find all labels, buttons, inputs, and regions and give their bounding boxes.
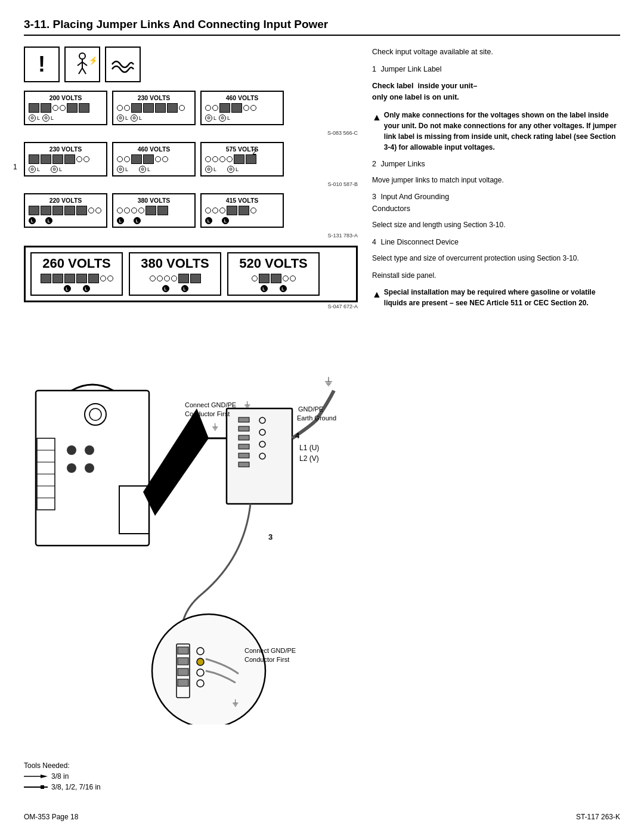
conn-block (41, 274, 51, 283)
switches: L L (29, 217, 103, 224)
conn-dot (290, 275, 296, 281)
switch-label: L (139, 115, 142, 121)
switch-label: L (51, 115, 54, 121)
conn-block (29, 154, 39, 164)
tools-needed-section: Tools Needed: 3/8 in 3/8, 1/2, 7/16 in (24, 761, 101, 791)
switches: ⊙ L ⊙ L (205, 166, 279, 173)
svg-text:4: 4 (295, 431, 300, 440)
connectors (205, 206, 279, 215)
panel-label-230v: 230 VOLTS (117, 94, 191, 101)
conn-dot (179, 105, 185, 111)
switch-label: L (227, 115, 230, 121)
conn-block (131, 103, 142, 113)
circle-icon: ⊙ (205, 166, 212, 173)
conn-block (239, 206, 249, 215)
circle-icon: ⊙ (51, 166, 58, 173)
svg-line-4 (79, 68, 82, 74)
panel-575v: 575 VOLTS ⊙ L (200, 142, 284, 176)
svg-rect-61 (41, 785, 44, 789)
conn-dot (138, 208, 144, 213)
tools-label: Tools Needed: (24, 761, 101, 770)
big-panel-520v: 520 VOLTS L L (227, 252, 320, 296)
jumper-row-2: 230 VOLTS ⊙ L (24, 142, 358, 176)
warning-wave-box (105, 47, 141, 82)
switch-sym: L (134, 217, 141, 224)
conn-dot (205, 156, 211, 162)
svg-rect-48 (178, 668, 188, 676)
switch-label: L (213, 115, 216, 121)
warning-person-box: ⚡ (64, 47, 100, 82)
circle-icon: ⊙ (227, 166, 234, 173)
svg-text:Earth Ground: Earth Ground (297, 414, 336, 422)
item-2: 2 Jumper Links (372, 159, 620, 170)
switches: ⊙ L ⊙ L (117, 166, 191, 173)
conn-dot (212, 208, 218, 213)
switches: ⊙ L ⊙ L (29, 166, 103, 173)
jumper-move-text: Move jumper links to match input voltage… (372, 175, 620, 186)
conn-block (157, 206, 168, 215)
panel-label: 380 VOLTS (117, 197, 191, 204)
panel-380v-mid: 380 VOLTS L (112, 193, 196, 228)
conn-block (219, 103, 230, 113)
conn-dot (250, 105, 256, 111)
panel-label: 415 VOLTS (205, 197, 279, 204)
svg-rect-28 (239, 453, 249, 458)
panel-label-200v: 200 VOLTS (29, 94, 103, 101)
svg-text:⏚: ⏚ (233, 697, 239, 707)
conn-block (52, 206, 63, 215)
circle-icon: ⊙ (117, 166, 124, 173)
switch-label: L (59, 166, 62, 172)
svg-point-14 (85, 404, 106, 425)
series-label-1: S-083 566-C (24, 130, 358, 136)
person-shock-icon: ⚡ (69, 51, 95, 78)
conn-dot (100, 275, 106, 281)
circle-icon: ⊙ (42, 114, 49, 122)
svg-rect-25 (239, 426, 249, 431)
connectors (233, 274, 314, 283)
svg-text:⏚: ⏚ (244, 399, 250, 409)
svg-point-18 (67, 463, 76, 473)
big-volt-label-260: 260 VOLTS (36, 256, 117, 271)
switch-label: L (213, 166, 216, 172)
conn-block (64, 154, 75, 164)
conn-block (79, 103, 89, 113)
circle-icon: L (181, 285, 188, 292)
switch-sym: ⊙ L (29, 166, 40, 173)
panel-220v: 220 VOLTS L (24, 193, 107, 228)
jumper-section-3: 220 VOLTS L (24, 193, 358, 239)
conn-dot (212, 156, 218, 162)
switches: L L (205, 217, 279, 224)
connectors (117, 206, 191, 215)
switch-label: L (147, 166, 150, 172)
switch-label: L (125, 166, 128, 172)
tool-text-1: 3/8 in (51, 772, 69, 781)
switch-sym: L (222, 217, 229, 224)
circle-icon: L (222, 217, 229, 224)
svg-rect-24 (239, 417, 249, 422)
conn-block (143, 154, 154, 164)
panel-460v-mid: 460 VOLTS ⊙ L (112, 142, 196, 176)
item-label-2: Jumper Links (380, 160, 425, 168)
switch-sym: L (45, 217, 52, 224)
conn-block (29, 206, 39, 215)
switch-sym: ⊙ L (117, 166, 128, 173)
conn-block (29, 103, 39, 113)
panel-label-460v: 460 VOLTS (205, 94, 279, 101)
conn-dot (252, 275, 258, 281)
right-column: Check input voltage available at site. 1… (372, 47, 620, 724)
series-label-2: S-010 587-B (24, 181, 358, 187)
switch-sym: ⊙ L (227, 166, 239, 173)
conn-block (64, 274, 75, 283)
connectors (205, 154, 279, 164)
svg-text:⚡: ⚡ (88, 55, 95, 66)
panel-label: 575 VOLTS (205, 145, 279, 153)
conn-dot (219, 156, 225, 162)
conn-dot (124, 156, 130, 162)
conn-block (271, 274, 281, 283)
svg-point-19 (85, 463, 94, 473)
tool-item-2: 3/8, 1/2, 7/16 in (24, 783, 101, 791)
switch-sym: ⊙ L (29, 114, 40, 122)
warning-icons-row: ! ⚡ (24, 47, 358, 82)
tool-text-2: 3/8, 1/2, 7/16 in (51, 783, 101, 791)
circle-icon: L (64, 285, 71, 292)
